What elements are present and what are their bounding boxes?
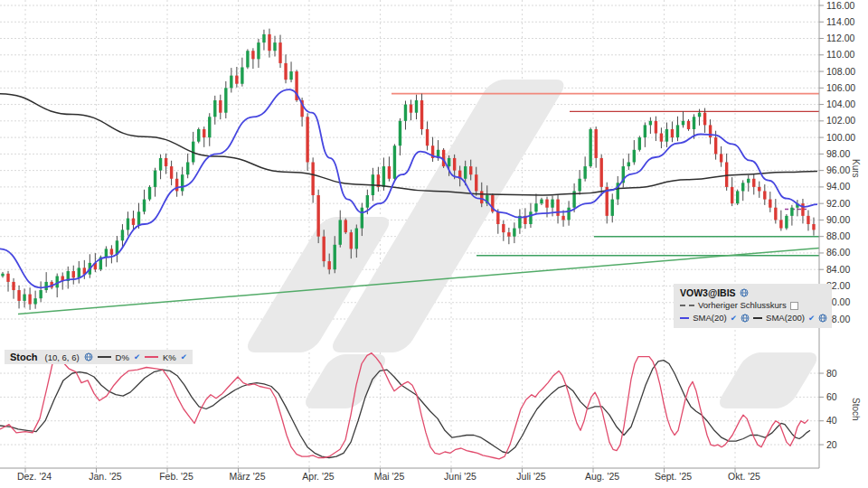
checkbox-checked-icon[interactable]: ✔ (808, 312, 815, 324)
price-tick-label: 94.00 (826, 181, 850, 192)
prev-close-checkbox[interactable] (790, 302, 798, 310)
prev-close-label: Vorheriger Schlusskurs (698, 299, 787, 312)
month-tick-label: Juni '25 (444, 471, 476, 482)
stoch-axis-title: Stoch (851, 398, 861, 421)
stock-chart: 116.00114.00112.00110.00108.00106.00104.… (0, 0, 868, 488)
month-tick-label: Mai '25 (374, 471, 405, 482)
month-tick-label: Feb. '25 (159, 471, 193, 482)
price-tick-label: 114.00 (826, 16, 854, 27)
symbol-label: VOW3@IBIS (680, 286, 736, 299)
price-tick-label: 102.00 (826, 115, 855, 126)
month-tick-label: März '25 (230, 471, 266, 482)
stoch-lines (0, 353, 810, 459)
price-tick-label: 116.00 (826, 0, 854, 11)
price-tick-label: 104.00 (826, 99, 855, 109)
price-tick-label: 84.00 (826, 264, 850, 275)
stoch-tick-label: 20 (826, 439, 837, 450)
price-tick-label: 108.00 (826, 66, 855, 77)
month-tick-label: Jan. '25 (89, 471, 122, 482)
legend-row-prev-close: Vorheriger Schlusskurs (680, 299, 827, 312)
price-tick-label: 90.00 (826, 214, 850, 225)
price-tick-label: 106.00 (826, 82, 855, 93)
price-tick-label: 98.00 (826, 148, 850, 159)
month-tick-label: Aug. '25 (585, 471, 619, 482)
price-tick-label: 86.00 (826, 247, 850, 258)
globe-icon[interactable] (84, 352, 93, 361)
price-axis-title: Kurs (851, 159, 861, 178)
globe-icon[interactable] (741, 314, 750, 323)
sma20-label: SMA(20) (693, 312, 726, 324)
month-tick-label: Sept. '25 (655, 471, 692, 482)
stoch-indicator-label: Stoch (10, 352, 38, 362)
checkbox-checked-icon[interactable]: ✔ (181, 352, 187, 361)
legend-row-symbol: VOW3@IBIS (680, 286, 827, 299)
price-tick-label: 88.00 (826, 230, 850, 241)
stoch-d-line-sample (98, 356, 111, 358)
stoch-k-label: K% (163, 352, 176, 362)
price-tick-label: 96.00 (826, 164, 850, 175)
stoch-k-line-sample (145, 356, 158, 358)
stoch-d-label: D% (116, 352, 129, 362)
stoch-params: (10, 6, 6) (45, 352, 80, 362)
sma200-line-sample (753, 317, 762, 319)
prev-close-line-sample (680, 305, 694, 306)
sma20-line-sample (680, 317, 689, 319)
legend-row-sma: SMA(20) ✔ SMA(200) ✔ (680, 312, 827, 324)
globe-icon[interactable] (740, 288, 749, 297)
price-tick-label: 100.00 (826, 132, 855, 143)
checkbox-checked-icon[interactable]: ✔ (731, 312, 737, 324)
month-tick-label: Okt. '25 (728, 471, 760, 482)
price-tick-label: 92.00 (826, 198, 850, 209)
stoch-d-line (0, 361, 810, 458)
month-tick-label: Juli '25 (516, 471, 546, 482)
price-tick-label: 112.00 (826, 33, 854, 43)
chart-canvas[interactable]: 116.00114.00112.00110.00108.00106.00104.… (0, 0, 868, 488)
stoch-tick-label: 40 (826, 415, 837, 426)
stoch-tick-label: 60 (826, 391, 837, 402)
price-legend: VOW3@IBIS Vorheriger Schlusskurs SMA(20)… (674, 284, 832, 328)
globe-icon[interactable] (818, 314, 827, 323)
sma200-label: SMA(200) (766, 312, 805, 324)
stoch-legend: Stoch (10, 6, 6) D% ✔ K% ✔ (5, 350, 193, 364)
month-tick-label: Apr. '25 (302, 471, 334, 482)
sma200-line (0, 94, 817, 195)
stoch-k-line (0, 353, 808, 459)
price-tick-label: 110.00 (826, 49, 854, 60)
checkbox-checked-icon[interactable]: ✔ (134, 352, 140, 361)
month-tick-label: Dez. '24 (17, 471, 52, 482)
stoch-tick-label: 80 (826, 368, 837, 379)
